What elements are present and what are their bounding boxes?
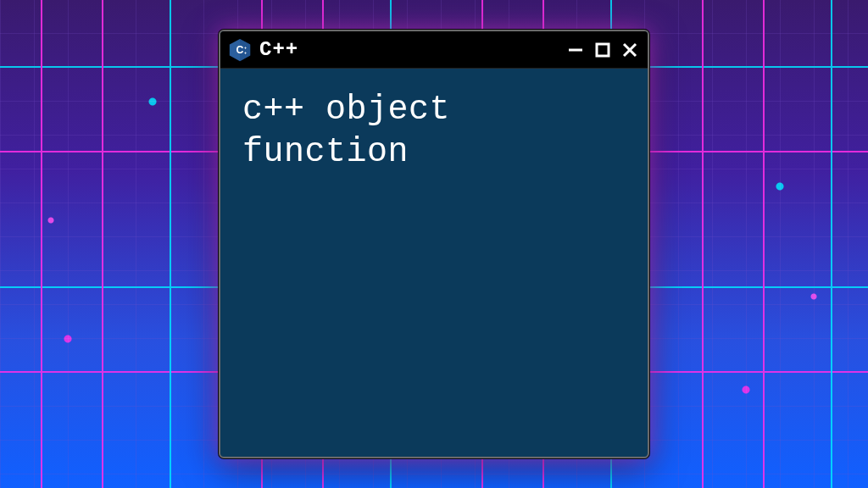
maximize-button[interactable] — [593, 41, 612, 59]
svg-text:C: C — [236, 43, 244, 55]
minimize-button[interactable] — [566, 41, 585, 59]
window-controls — [566, 41, 639, 59]
titlebar[interactable]: C + + C++ — [220, 31, 648, 69]
close-button[interactable] — [620, 41, 639, 59]
svg-text:+: + — [244, 45, 247, 50]
window-title: C++ — [259, 38, 559, 61]
terminal-window: C + + C++ c++ object function — [219, 30, 649, 458]
cpp-logo-icon: C + + — [227, 37, 253, 63]
svg-text:+: + — [244, 49, 247, 54]
terminal-content: c++ object function — [220, 69, 648, 457]
svg-rect-6 — [597, 44, 609, 56]
